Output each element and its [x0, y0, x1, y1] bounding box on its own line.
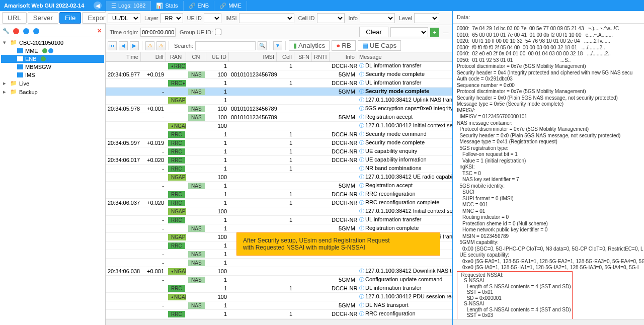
close-icon[interactable]: ✕	[95, 27, 103, 35]
log-row[interactable]: NGAP100ⓘ127.0.1.100:38412 Initial contex…	[106, 207, 452, 216]
log-row[interactable]: -RRC11DCCH-NRⓘUE capability enquiry	[106, 147, 452, 156]
collapse-left-icon[interactable]: ◀	[94, 2, 102, 10]
nav-first-icon[interactable]: ⏮	[108, 41, 117, 50]
tree-node-mbmsgw[interactable]: MBMSGW	[1, 63, 104, 71]
log-row[interactable]: -NAS15GMMⓘRegistration complete	[106, 224, 452, 233]
h-scrollbar[interactable]	[106, 319, 452, 325]
tab-stats[interactable]: 📊Stats	[151, 1, 183, 11]
log-row[interactable]: RRC11DCCH-NRⓘRRC reconfiguration	[106, 190, 452, 199]
tab-mme[interactable]: 🔗MME	[214, 1, 247, 11]
info-select[interactable]	[360, 13, 395, 23]
log-row[interactable]: 20:34:05.978+0.001NAS100001010123456789ⓘ…	[106, 105, 452, 113]
col-sfn[interactable]: SFN	[294, 52, 312, 61]
log-row[interactable]: 20:34:05.977+0.019NAS1000010101234567895…	[106, 70, 452, 79]
h-scrollbar[interactable]	[453, 319, 644, 325]
log-row[interactable]: NGAP1ⓘ127.0.1.100:38412 Uplink NAS trans…	[106, 96, 452, 105]
refresh-icon[interactable]	[22, 27, 30, 35]
tree-backup[interactable]: ▸Backup	[1, 88, 104, 96]
warn-icon[interactable]: ⚠	[145, 41, 154, 50]
tree-node-ims[interactable]: IMS	[1, 71, 104, 79]
tree-live[interactable]: ▸Live	[1, 79, 104, 88]
clear-button[interactable]: Clear	[359, 27, 388, 37]
binoculars-icon[interactable]: 🔍	[258, 41, 267, 50]
log-row[interactable]: 20:34:06.037+0.020RRC11DCCH-NRⓘRRC recon…	[106, 199, 452, 207]
log-row[interactable]: -NAS15GMMⓘSecurity mode complete	[106, 88, 452, 96]
expand-icon[interactable]: ▸	[3, 80, 8, 87]
col-rnti[interactable]: RNTI	[312, 52, 330, 61]
col-ueid[interactable]: UE ID	[206, 52, 229, 61]
col-info[interactable]: Info	[330, 52, 357, 61]
analytics-button[interactable]: ▮Analytics	[289, 40, 330, 51]
cellid-select[interactable]	[317, 13, 345, 23]
log-row[interactable]: RRC11DCCH-NRⓘDL information transfer	[106, 284, 452, 293]
time-origin-input[interactable]	[140, 28, 176, 37]
decoded-pre: Protocol discriminator = 0x7e (5GS Mobil…	[457, 63, 644, 270]
url-button[interactable]: URL	[2, 12, 27, 24]
log-row[interactable]: 20:34:05.997+0.019RRC11DCCH-NRⓘSecurity …	[106, 139, 452, 147]
search-input[interactable]	[195, 41, 256, 50]
log-row[interactable]: -RRC11DCCH-NRⓘUL information transfer	[106, 216, 452, 224]
tree-root[interactable]: ▾CBC-2021050100	[1, 38, 104, 47]
stop-red-icon[interactable]	[12, 27, 20, 35]
wrench-icon[interactable]: 🔧	[2, 27, 10, 35]
group-ue-checkbox[interactable]	[215, 29, 221, 35]
expand-icon[interactable]: ▸	[3, 89, 8, 95]
log-row[interactable]: NGAP100ⓘ127.0.1.100:38412 PDU session re…	[106, 293, 452, 301]
log-row[interactable]: -NAS1	[106, 259, 452, 267]
add-filter-icon[interactable]: +	[430, 28, 439, 37]
col-cn[interactable]: CN	[186, 52, 206, 61]
col-msg[interactable]: Message	[357, 52, 452, 61]
log-row[interactable]: NGAP100ⓘ127.0.1.100:38412 Initial contex…	[106, 122, 452, 130]
rb-button[interactable]: ●RB	[332, 40, 356, 51]
col-diff[interactable]: Diff	[141, 52, 166, 61]
info-icon: ⓘ	[359, 63, 364, 68]
log-row[interactable]: -NAS15GMMⓘRegistration accept	[106, 182, 452, 190]
log-row[interactable]: RRC11DCCH-NRⓘUL information transfer	[106, 79, 452, 88]
level-select[interactable]	[414, 13, 439, 23]
log-grid[interactable]: Time Diff RAN CN UE ID IMSI Cell SFN RNT…	[106, 52, 452, 319]
data-panel: Data: 0000: 7e 04 29 1d bc 03 00 7e 00 5…	[453, 11, 644, 325]
uecaps-button[interactable]: ▤UE Caps	[358, 40, 401, 51]
uldl-select[interactable]: UL/DL	[108, 13, 140, 23]
log-row[interactable]: -NAS15GMMⓘDL NAS transport	[106, 301, 452, 310]
log-row[interactable]: RRC11DCCH-NRⓘRRC reconfiguration	[106, 310, 452, 318]
warn-next-icon[interactable]: ⚠	[156, 41, 166, 50]
left-panel: URL Server File Export 🔧 ✕ ▾CBC-20210501…	[0, 11, 106, 325]
log-row[interactable]: -RRC11ⓘNR band combinations	[106, 165, 452, 173]
tab-enb[interactable]: 🔗ENB	[184, 1, 215, 11]
status-dot	[48, 48, 53, 53]
log-row[interactable]: RRC11DCCH-NRⓘSecurity mode command	[106, 130, 452, 139]
filter-down-icon[interactable]: ▼	[273, 41, 282, 50]
world-icon[interactable]	[32, 27, 40, 35]
col-cell[interactable]: Cell	[277, 52, 294, 61]
log-row[interactable]: -NAS1000010101234567895GMMⓘRegistration …	[106, 113, 452, 122]
info-icon: ⓘ	[359, 123, 364, 128]
ueid-select[interactable]	[204, 13, 221, 23]
log-row[interactable]: NAS1000010101234567895GMMⓘRegistration c…	[106, 318, 452, 319]
log-row[interactable]: 20:34:06.038+0.001NGAP100ⓘ127.0.1.100:38…	[106, 267, 452, 276]
file-button[interactable]: File	[59, 12, 81, 24]
layer-select[interactable]: RRC,	[160, 13, 183, 23]
tree-node-mme[interactable]: MME	[1, 47, 104, 55]
log-row[interactable]: 20:34:06.017+0.020RRC11DCCH-NRⓘUE capabi…	[106, 156, 452, 165]
col-imsi[interactable]: IMSI	[229, 52, 277, 61]
expand-icon[interactable]: ▾	[3, 39, 8, 46]
data-content[interactable]: 0000: 7e 04 29 1d bc 03 00 7e 00 5e 77 0…	[453, 24, 644, 319]
nav-next-icon[interactable]: ▶	[130, 41, 139, 50]
group-ue-label: Group UE ID:	[180, 29, 213, 35]
remove-filter-icon[interactable]: —	[441, 28, 450, 37]
log-row[interactable]: -NAS15GMMⓘConfiguration update command	[106, 276, 452, 284]
grid-header: Time Diff RAN CN UE ID IMSI Cell SFN RNT…	[106, 52, 452, 62]
tree-node-enb[interactable]: ENB	[1, 55, 104, 63]
col-time[interactable]: Time	[106, 52, 141, 61]
col-ran[interactable]: RAN	[166, 52, 186, 61]
log-row[interactable]: NGAP100ⓘ127.0.1.100:38412 UE radio capab…	[106, 173, 452, 182]
chart-icon: ▮	[293, 42, 297, 49]
nav-prev-icon[interactable]: ◀	[119, 41, 128, 50]
list-icon: ☰	[111, 3, 116, 9]
server-button[interactable]: Server	[28, 12, 58, 24]
imsi-select[interactable]	[239, 13, 294, 23]
tab-logs[interactable]: ☰Logs: 1082	[106, 1, 151, 11]
preset-select[interactable]	[390, 27, 428, 37]
log-row[interactable]: RRC11DCCH-NRⓘDL information transfer	[106, 62, 452, 70]
